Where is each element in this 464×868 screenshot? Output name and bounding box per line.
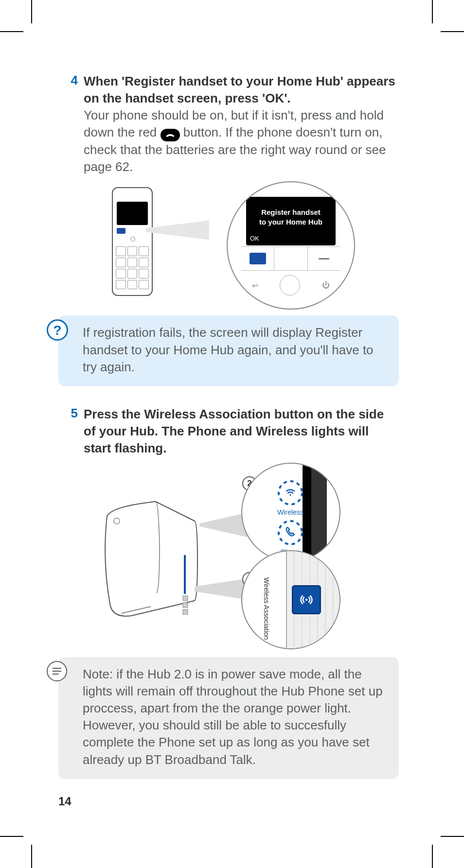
screen-ok-label: OK <box>250 235 259 243</box>
help-icon: ? <box>47 319 65 338</box>
screen-line1: Register handset <box>246 208 336 217</box>
illustration-hub-zoom: 2 Wireless <box>92 463 365 647</box>
page-number: 14 <box>58 795 71 808</box>
cropmark <box>432 845 433 868</box>
cropmark <box>0 31 23 32</box>
step-number: 4 <box>58 73 84 175</box>
svg-point-5 <box>289 494 291 496</box>
nav-ring-icon <box>280 275 300 295</box>
wireless-icon <box>284 486 297 501</box>
minus-softkey-icon <box>319 258 329 260</box>
info-box-registration-fail: ? If registration fails, the screen will… <box>58 315 399 386</box>
step-title: When 'Register handset to your Home Hub'… <box>84 74 395 105</box>
screen-line2: to your Home Hub <box>246 217 336 227</box>
cropmark <box>441 31 464 32</box>
step-title: Press the Wireless Association button on… <box>84 407 384 455</box>
phone-icon <box>284 525 297 540</box>
handset-graphic <box>112 187 153 296</box>
zoom-projection <box>146 220 209 240</box>
svg-rect-2 <box>183 603 188 608</box>
cropmark <box>31 0 32 23</box>
step-number: 5 <box>58 406 84 457</box>
svg-rect-1 <box>183 596 188 601</box>
hub-graphic <box>97 497 204 618</box>
note-icon <box>47 661 65 679</box>
step-4: 4 When 'Register handset to your Home Hu… <box>58 73 399 175</box>
info-text: If registration fails, the screen will d… <box>83 324 387 375</box>
svg-point-7 <box>305 599 307 601</box>
zoom-circle-screen: Register handset to your Home Hub OK ↩ ⏻ <box>227 181 355 310</box>
back-icon: ↩ <box>252 281 258 290</box>
zoom-circle-lights: Wireless Phone <box>241 463 340 562</box>
handset-screen: Register handset to your Home Hub OK <box>246 197 336 245</box>
page-content: 4 When 'Register handset to your Home Hu… <box>58 73 399 779</box>
step-5: 5 Press the Wireless Association button … <box>58 406 399 457</box>
wireless-label: Wireless <box>264 508 317 516</box>
note-text: Note: if the Hub 2.0 is in power save mo… <box>83 666 387 768</box>
wireless-association-label: Wireless Association <box>263 577 270 640</box>
svg-rect-3 <box>183 609 188 614</box>
power-icon: ⏻ <box>322 281 330 290</box>
end-call-icon <box>161 129 180 141</box>
zoom-circle-wa-button: Wireless Association <box>241 550 340 649</box>
step-body: When 'Register handset to your Home Hub'… <box>84 73 399 175</box>
cropmark <box>432 0 433 23</box>
ok-softkey-icon <box>250 253 266 264</box>
step-body: Press the Wireless Association button on… <box>84 406 399 457</box>
wireless-association-button-icon <box>292 585 321 614</box>
cropmark <box>0 836 23 837</box>
cropmark <box>441 836 464 837</box>
note-box-power-save: Note: if the Hub 2.0 is in power save mo… <box>58 657 399 779</box>
cropmark <box>31 845 32 868</box>
illustration-handset-zoom: Register handset to your Home Hub OK ↩ ⏻ <box>102 181 355 308</box>
